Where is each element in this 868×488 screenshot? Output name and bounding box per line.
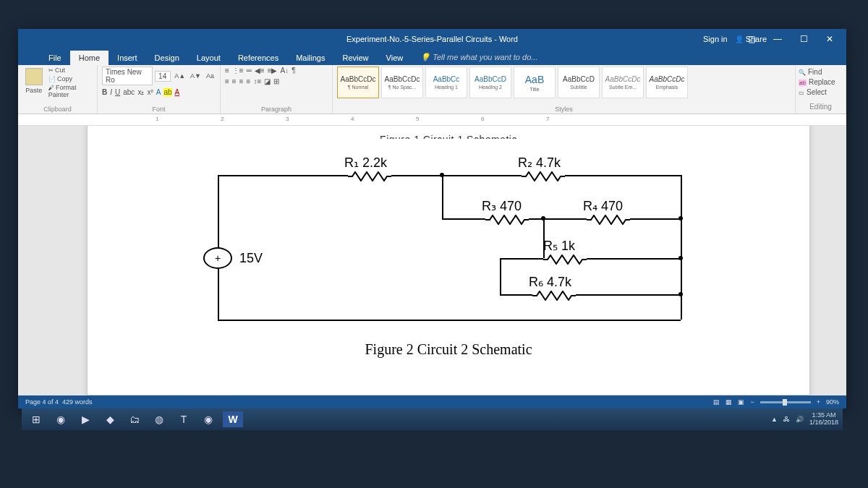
truncated-prev-caption: Figure 1 Circuit 1 Schematic	[116, 130, 780, 139]
sign-in-link[interactable]: Sign in	[703, 35, 728, 43]
font-color-icon[interactable]: A	[175, 88, 180, 96]
font-label: Font	[98, 106, 220, 113]
numbering-icon[interactable]: ⋮≡	[232, 67, 244, 74]
chrome-icon-2[interactable]: ◉	[198, 411, 218, 427]
r2-label: R₂ 4.7k	[518, 155, 561, 171]
style-no-spacing[interactable]: AaBbCcDc¶ No Spac...	[381, 67, 423, 98]
style-title[interactable]: AaBTitle	[514, 67, 556, 98]
underline-icon[interactable]: U	[115, 88, 120, 96]
line-spacing-icon[interactable]: ↕≡	[253, 77, 261, 85]
r1-label: R₁ 2.2k	[344, 155, 387, 171]
style-normal[interactable]: AaBbCcDc¶ Normal	[337, 67, 379, 98]
print-layout-icon[interactable]: ▦	[726, 398, 732, 406]
close-icon[interactable]: ✕	[819, 34, 841, 44]
account-area: Sign in Share	[703, 35, 767, 43]
tell-me-box[interactable]: 💡 Tell me what you want to do...	[412, 50, 546, 65]
app-icon-2[interactable]: ◍	[149, 411, 169, 427]
font-size-combo[interactable]: 14	[155, 71, 171, 82]
volume-icon[interactable]: 🔊	[796, 416, 804, 423]
word-taskbar-icon[interactable]: W	[223, 411, 243, 427]
find-button[interactable]: Find	[799, 68, 843, 76]
tab-file[interactable]: File	[40, 51, 70, 65]
show-marks-icon[interactable]: ¶	[292, 67, 295, 74]
zoom-level[interactable]: 90%	[826, 398, 839, 406]
tab-layout[interactable]: Layout	[188, 51, 229, 65]
page-count[interactable]: Page 4 of 4	[25, 398, 59, 406]
justify-icon[interactable]: ≡	[247, 77, 251, 85]
tab-references[interactable]: References	[229, 51, 287, 65]
font-name-combo[interactable]: Times New Ro	[102, 67, 153, 85]
tab-review[interactable]: Review	[334, 51, 378, 65]
read-mode-icon[interactable]: ▤	[713, 398, 720, 406]
style-subtitle[interactable]: AaBbCcDSubtitle	[558, 67, 600, 98]
editing-label: Editing	[796, 103, 846, 111]
document-page: Figure 1 Circuit 1 Schematic + 15V R₁ 2.…	[87, 126, 810, 395]
align-right-icon[interactable]: ≡	[239, 77, 244, 85]
editing-group: Find Replace Select Editing	[796, 65, 846, 114]
paste-icon	[25, 68, 43, 85]
style-heading2[interactable]: AaBbCcDHeading 2	[469, 67, 511, 98]
clipboard-label: Clipboard	[18, 106, 97, 113]
sort-icon[interactable]: A↓	[280, 67, 289, 74]
r3-label: R₃ 470	[482, 198, 522, 214]
style-heading1[interactable]: AaBbCcHeading 1	[425, 67, 467, 98]
grow-font-icon[interactable]: A▲	[173, 72, 187, 80]
cut-button[interactable]: Cut	[48, 67, 93, 74]
highlight-icon[interactable]: ab	[163, 88, 171, 96]
shrink-font-icon[interactable]: A▼	[189, 72, 203, 80]
minimize-icon[interactable]: —	[767, 34, 788, 44]
r5-label: R₅ 1k	[543, 238, 575, 254]
format-painter-button[interactable]: Format Painter	[48, 84, 93, 98]
zoom-out-icon[interactable]: −	[750, 398, 754, 406]
select-button[interactable]: Select	[799, 88, 843, 96]
tab-view[interactable]: View	[378, 51, 412, 65]
italic-icon[interactable]: I	[110, 88, 112, 96]
app-icon[interactable]: ◆	[100, 411, 120, 427]
web-layout-icon[interactable]: ▣	[738, 398, 744, 406]
paste-button[interactable]: Paste	[22, 67, 46, 98]
zoom-in-icon[interactable]: +	[817, 398, 820, 406]
windows-taskbar: ⊞ ◉ ▶ ◆ 🗂 ◍ T ◉ W ▲ 🖧 🔊 1:35 AM 1/16/201…	[22, 408, 843, 430]
ribbon-tabs: File Home Insert Design Layout Reference…	[18, 49, 846, 65]
tab-home[interactable]: Home	[70, 51, 109, 65]
style-emphasis[interactable]: AaBbCcDcEmphasis	[646, 67, 688, 98]
increase-indent-icon[interactable]: ≡▶	[268, 67, 278, 74]
change-case-icon[interactable]: Aa	[205, 72, 216, 80]
replace-button[interactable]: Replace	[799, 78, 843, 86]
tab-insert[interactable]: Insert	[109, 51, 146, 65]
start-button[interactable]: ⊞	[26, 411, 46, 427]
network-icon[interactable]: 🖧	[783, 416, 790, 423]
bullets-icon[interactable]: ≡	[225, 67, 229, 74]
copy-button[interactable]: Copy	[48, 75, 93, 82]
document-area[interactable]: Figure 1 Circuit 1 Schematic + 15V R₁ 2.…	[18, 126, 846, 395]
tab-design[interactable]: Design	[146, 51, 188, 65]
media-player-icon[interactable]: ▶	[75, 411, 95, 427]
shading-icon[interactable]: ◪	[264, 77, 271, 85]
r6-label: R₆ 4.7k	[529, 274, 571, 290]
tray-up-icon[interactable]: ▲	[771, 416, 778, 423]
teams-icon[interactable]: T	[174, 411, 194, 427]
clipboard-group: Paste Cut Copy Format Painter Clipboard	[18, 65, 98, 114]
align-center-icon[interactable]: ≡	[232, 77, 237, 85]
horizontal-ruler[interactable]: 1 2 3 4 5 6 7	[18, 114, 846, 126]
share-button[interactable]: Share	[735, 35, 767, 43]
borders-icon[interactable]: ⊞	[273, 77, 279, 85]
align-left-icon[interactable]: ≡	[225, 77, 229, 85]
superscript-icon[interactable]: x²	[147, 88, 153, 96]
status-bar: Page 4 of 4 429 words ▤ ▦ ▣ − + 90%	[18, 395, 846, 408]
decrease-indent-icon[interactable]: ◀≡	[255, 67, 265, 74]
system-clock[interactable]: 1:35 AM 1/16/2018	[809, 412, 838, 427]
figure-caption: Figure 2 Circuit 2 Schematic	[116, 341, 780, 358]
tab-mailings[interactable]: Mailings	[287, 51, 333, 65]
word-count[interactable]: 429 words	[62, 398, 93, 406]
maximize-icon[interactable]: ☐	[793, 34, 814, 44]
strikethrough-icon[interactable]: abc	[123, 88, 135, 96]
text-effects-icon[interactable]: A	[156, 88, 161, 96]
chrome-icon[interactable]: ◉	[51, 411, 71, 427]
subscript-icon[interactable]: x₂	[137, 88, 144, 96]
multilevel-icon[interactable]: ═	[247, 67, 252, 74]
zoom-slider[interactable]	[760, 401, 811, 403]
explorer-icon[interactable]: 🗂	[124, 411, 145, 427]
style-subtle-em[interactable]: AaBbCcDcSubtle Em...	[602, 67, 644, 98]
bold-icon[interactable]: B	[102, 88, 107, 96]
